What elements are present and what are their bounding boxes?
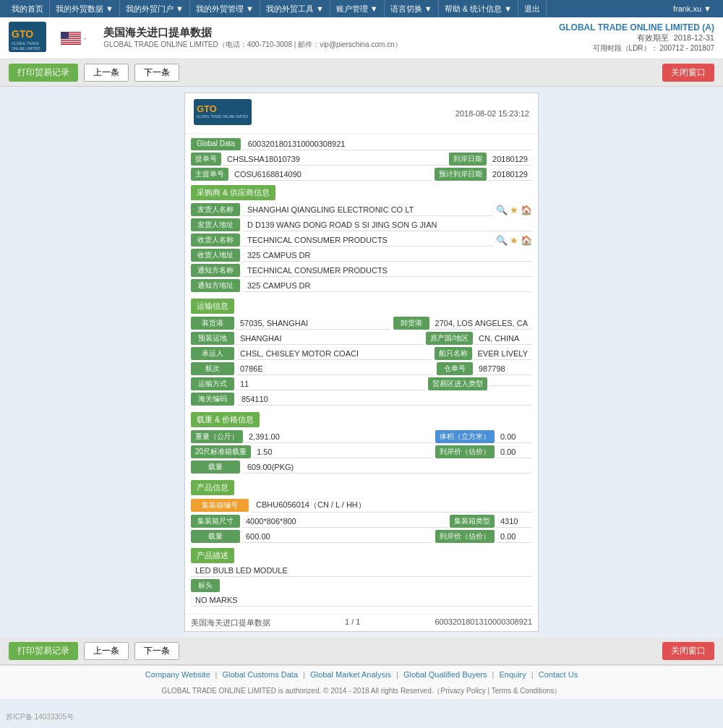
prev-button[interactable]: 上一条 — [84, 64, 129, 82]
search-icon[interactable]: 🔍 — [496, 205, 508, 215]
buyer-supplier-section: 采购商 & 供应商信息 发货人名称 SHANGHAI QIANGLING ELE… — [185, 185, 538, 299]
nav-account[interactable]: 账户管理 ▼ — [330, 0, 385, 17]
customs-code-value: 854110 — [237, 393, 532, 406]
notify-name-label: 通知方名称 — [191, 264, 240, 277]
container-type-label: 集装箱类型 — [450, 515, 495, 528]
nav-tools[interactable]: 我的外贸工具 ▼ — [260, 0, 330, 17]
warehouse-value: 987798 — [474, 363, 532, 375]
consignee-addr-value: 325 CAMPUS DR — [243, 249, 532, 262]
bottom-next-button[interactable]: 下一条 — [134, 642, 179, 660]
user-account[interactable]: frank.xu ▼ — [667, 4, 717, 13]
shipper-icons: 🔍 ★ 🏠 — [496, 205, 532, 215]
arrival-date-value: 20180129 — [488, 153, 532, 166]
buyer-supplier-title: 采购商 & 供应商信息 — [191, 185, 275, 200]
nav-portal[interactable]: 我的外贸门户 ▼ — [120, 0, 190, 17]
ftz-type-label: 贸易区进入类型 — [428, 377, 487, 390]
vessel-value: EVER LIVELY — [474, 348, 533, 360]
load-port-value: 57035, SHANGHAI — [236, 317, 390, 330]
origin-label: 原产国/地区 — [426, 332, 473, 345]
consignee-search-icon[interactable]: 🔍 — [496, 235, 508, 246]
footer-company-website[interactable]: Company Website — [145, 670, 210, 679]
nav-manage[interactable]: 我的外贸管理 ▼ — [190, 0, 260, 17]
marks-value: NO MARKS — [191, 594, 532, 607]
ftz-type-value — [489, 382, 532, 386]
container-no-row: 集装箱编号 CBHU6056014（CN / L / HH） — [191, 498, 532, 513]
home-icon[interactable]: 🏠 — [521, 205, 532, 215]
document-box: GTO GLOBAL TRADE ONLINE LIMITED 2018-08-… — [184, 93, 539, 632]
data-title-pagination: 美国海关进口提单数据 — [191, 617, 270, 628]
ldr-line: 可用时段（LDR）： 200712 - 201807 — [559, 43, 714, 53]
header-right: GLOBAL TRADE ONLINE LIMITED (A) 有效期至 201… — [559, 22, 714, 53]
transport-mode-label: 运输方式 — [191, 377, 234, 390]
header-subtitle: GLOBAL TRADE ONLINE LIMITED（电话：400-710-3… — [103, 40, 401, 50]
arrival-date-label: 到岸日期 — [449, 153, 487, 166]
notify-addr-value: 325 CAMPUS DR — [243, 280, 532, 292]
discharge-port-value: 2704, LOS ANGELES, CA — [431, 317, 532, 330]
svg-text:GTO: GTO — [12, 28, 33, 40]
discharge-port-label: 卸货港 — [393, 317, 429, 330]
print-button[interactable]: 打印贸易记录 — [9, 64, 78, 82]
bottom-prev-button[interactable]: 上一条 — [84, 642, 129, 660]
volume-label: 体积（立方米） — [435, 430, 495, 443]
flag-separator: · — [84, 33, 86, 43]
voyage-value: 0786E — [236, 363, 434, 375]
shipping-section: 运输信息 装货港 57035, SHANGHAI 卸货港 2704, LOS A… — [185, 299, 538, 412]
pagination-id: 6003201801310000308921 — [435, 617, 532, 628]
bill-row: 提单号 CHSLSHA18010739 到岸日期 20180129 — [191, 153, 532, 166]
company-name: GLOBAL TRADE ONLINE LIMITED (A) — [559, 22, 714, 33]
quantity-value: 609.00(PKG) — [243, 461, 532, 474]
footer-market-analysis[interactable]: Global Market Analysis — [310, 670, 391, 679]
consignee-star-icon[interactable]: ★ — [510, 235, 518, 246]
svg-rect-17 — [61, 32, 69, 39]
product-price-label: 到岸价（估价） — [435, 530, 495, 543]
carrier-vessel-row: 承运人 CHSL, CHISLEY MOTOR COACI 船只名称 EVER … — [191, 347, 532, 360]
close-button[interactable]: 关闭窗口 — [662, 64, 714, 82]
container-type-value: 4310 — [496, 515, 532, 528]
volume-value: 0.00 — [496, 431, 532, 443]
doc-header: GTO GLOBAL TRADE ONLINE LIMITED 2018-08-… — [185, 93, 538, 134]
svg-rect-14 — [61, 41, 81, 42]
star-icon[interactable]: ★ — [510, 205, 518, 215]
weight-price-title: 载重 & 价格信息 — [191, 412, 260, 427]
product-desc-title: 产品描述 — [191, 548, 234, 563]
est-price-label: 到岸价（估价） — [435, 445, 495, 458]
footer-enquiry[interactable]: Enquiry — [499, 670, 526, 679]
nav-language[interactable]: 语言切换 ▼ — [385, 0, 439, 17]
footer-links: Company Website | Global Customs Data | … — [0, 665, 723, 683]
weight-label: 重量（公斤） — [191, 430, 243, 443]
footer-qualified-buyers[interactable]: Global Qualified Buyers — [403, 670, 487, 679]
page-title: 美国海关进口提单数据 — [103, 26, 401, 40]
bottom-close-button[interactable]: 关闭窗口 — [662, 642, 714, 660]
origin-value: CN, CHINA — [474, 333, 532, 345]
nav-home[interactable]: 我的首页 — [6, 0, 50, 17]
shipper-name-label: 发货人名称 — [191, 203, 240, 216]
next-button[interactable]: 下一条 — [134, 64, 179, 82]
product-price-value: 0.00 — [496, 531, 532, 543]
warehouse-label: 仓单号 — [437, 362, 473, 375]
svg-rect-11 — [61, 38, 81, 39]
footer-global-customs[interactable]: Global Customs Data — [223, 670, 299, 679]
doc-logo: GTO GLOBAL TRADE ONLINE LIMITED — [194, 99, 252, 127]
shipper-addr-label: 发货人地址 — [191, 218, 240, 231]
notify-addr-row: 通知方地址 325 CAMPUS DR — [191, 279, 532, 292]
consignee-addr-label: 收货人地址 — [191, 249, 240, 262]
bottom-print-button[interactable]: 打印贸易记录 — [9, 642, 78, 660]
bill-value: CHSLSHA18010739 — [223, 153, 446, 166]
flag-area: · — [61, 32, 86, 45]
footer-contact-us[interactable]: Contact Us — [539, 670, 578, 679]
svg-rect-15 — [61, 43, 81, 43]
transport-origin-row: 预装运地 SHANGHAI 原产国/地区 CN, CHINA — [191, 332, 532, 345]
marks-row: 标头 — [191, 579, 532, 592]
master-bill-label: 主提单号 — [191, 168, 228, 181]
nav-data[interactable]: 我的外贸数据 ▼ — [50, 0, 120, 17]
marks-label: 标头 — [191, 579, 220, 592]
nav-logout[interactable]: 退出 — [518, 0, 547, 17]
consignee-home-icon[interactable]: 🏠 — [521, 235, 532, 246]
bottom-toolbar: 打印贸易记录 上一条 下一条 关闭窗口 — [0, 638, 723, 665]
nav-help[interactable]: 帮助 & 统计信息 ▼ — [439, 0, 518, 17]
consignee-name-label: 收货人名称 — [191, 234, 240, 247]
global-data-section: Global Data 6003201801310000308921 提单号 C… — [185, 134, 538, 185]
consignee-name-row: 收货人名称 TECHNICAL CONSUMER PRODUCTS 🔍 ★ 🏠 — [191, 234, 532, 247]
teu-estprice-row: 20尺标准箱载重 1.50 到岸价（估价） 0.00 — [191, 445, 532, 458]
global-data-label: Global Data — [191, 138, 241, 150]
